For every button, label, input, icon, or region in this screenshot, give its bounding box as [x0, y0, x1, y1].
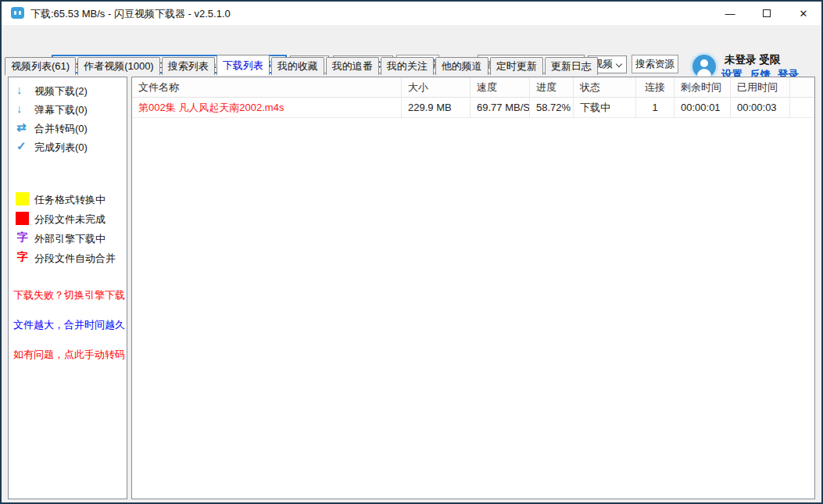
table-header: 文件名称 大小 速度 进度 状态 连接 剩余时间 已用时间	[132, 77, 814, 98]
check-icon: ✓	[16, 139, 30, 153]
legend-item: 任务格式转换中	[9, 191, 127, 209]
col-connections[interactable]: 连接	[636, 77, 675, 98]
maximize-button[interactable]	[749, 2, 785, 25]
table-row[interactable]: 第002集 凡人风起天南2002.m4s 229.9 MB 69.77 MB/S…	[132, 98, 814, 118]
tab-video-list[interactable]: 视频列表(61)	[5, 57, 76, 75]
tab-author-videos[interactable]: 作者视频(1000)	[77, 57, 160, 75]
col-filler	[790, 77, 814, 98]
note-manual-transcode[interactable]: 如有问题，点此手动转码	[13, 348, 125, 362]
close-button[interactable]: ✕	[785, 2, 821, 25]
sidebar: ↓ 视频下载(2) ↓ 弹幕下载(0) ⇄ 合并转码(0) ✓ 完成列表(0) …	[8, 77, 127, 499]
sidebar-item-merge-transcode[interactable]: ⇄ 合并转码(0)	[9, 120, 127, 138]
sidebar-item-danmaku-download[interactable]: ↓ 弹幕下载(0)	[9, 101, 127, 120]
cell-filler	[790, 98, 814, 118]
col-speed[interactable]: 速度	[471, 77, 530, 98]
sidebar-item-video-download[interactable]: ↓ 视频下载(2)	[9, 82, 127, 101]
download-icon: ↓	[16, 83, 30, 96]
cell-size: 229.9 MB	[402, 98, 471, 118]
legend-item: 字 外部引擎下载中	[9, 231, 127, 248]
cell-elapsed-time: 00:00:03	[731, 98, 790, 118]
col-status[interactable]: 状态	[574, 77, 636, 98]
red-swatch-icon	[16, 212, 29, 225]
sidebar-item-label: 弹幕下载(0)	[34, 103, 88, 117]
cell-status: 下载中	[574, 98, 636, 118]
toolbar: 解 析: 自动 MP4-AVC 解析资源 搜 索: 视频 搜索资源 未登录 受限…	[2, 25, 821, 55]
tab-strip: 视频列表(61) 作者视频(1000) 搜索列表 下载列表 我的收藏 我的追番 …	[5, 55, 821, 75]
note-switch-engine[interactable]: 下载失败？切换引擎下载	[13, 288, 125, 302]
cell-remaining-time: 00:00:01	[675, 98, 731, 118]
cell-progress: 58.72%	[530, 98, 574, 118]
sidebar-item-label: 视频下载(2)	[34, 84, 88, 98]
col-remaining-time[interactable]: 剩余时间	[675, 77, 731, 98]
cell-speed: 69.77 MB/S	[471, 98, 530, 118]
tab-his-channel[interactable]: 他的频道	[435, 57, 488, 75]
sidebar-item-completed-list[interactable]: ✓ 完成列表(0)	[9, 138, 127, 157]
sidebar-item-label: 合并转码(0)	[34, 122, 88, 136]
app-window: 下载:65.53 MB/s - 闪豆视频下载器 - v2.5.1.0 — ✕ 解…	[0, 0, 823, 504]
tab-download-list[interactable]: 下载列表	[216, 55, 270, 75]
legend-item: 分段文件未完成	[9, 211, 127, 228]
tab-scheduled-update[interactable]: 定时更新	[490, 57, 543, 75]
legend-item: 字 分段文件自动合并	[9, 250, 127, 267]
col-filename[interactable]: 文件名称	[132, 77, 402, 98]
maximize-icon	[763, 9, 771, 17]
cell-filename: 第002集 凡人风起天南2002.m4s	[132, 98, 402, 118]
col-size[interactable]: 大小	[402, 77, 471, 98]
yellow-swatch-icon	[16, 192, 29, 206]
tab-search-list[interactable]: 搜索列表	[162, 57, 215, 75]
merge-arrows-icon: ⇄	[16, 120, 30, 134]
window-title: 下载:65.53 MB/s - 闪豆视频下载器 - v2.5.1.0	[30, 7, 231, 21]
purple-char-icon: 字	[16, 231, 29, 245]
tab-update-log[interactable]: 更新日志	[545, 57, 598, 75]
tab-my-follows[interactable]: 我的关注	[381, 57, 434, 75]
app-logo-icon	[11, 7, 24, 19]
download-icon: ↓	[16, 102, 30, 115]
tab-my-favorites[interactable]: 我的收藏	[271, 57, 324, 75]
download-table: 文件名称 大小 速度 进度 状态 连接 剩余时间 已用时间 第002集 凡人风起…	[131, 77, 815, 499]
col-elapsed-time[interactable]: 已用时间	[731, 77, 790, 98]
red-char-icon: 字	[16, 250, 29, 264]
title-bar: 下载:65.53 MB/s - 闪豆视频下载器 - v2.5.1.0 — ✕	[2, 2, 821, 25]
note-merge-time: 文件越大，合并时间越久	[13, 318, 125, 332]
minimize-button[interactable]: —	[712, 2, 748, 25]
col-progress[interactable]: 进度	[530, 77, 574, 98]
sidebar-item-label: 完成列表(0)	[34, 141, 88, 155]
tab-my-bangumi[interactable]: 我的追番	[326, 57, 379, 75]
cell-connections: 1	[636, 98, 675, 118]
